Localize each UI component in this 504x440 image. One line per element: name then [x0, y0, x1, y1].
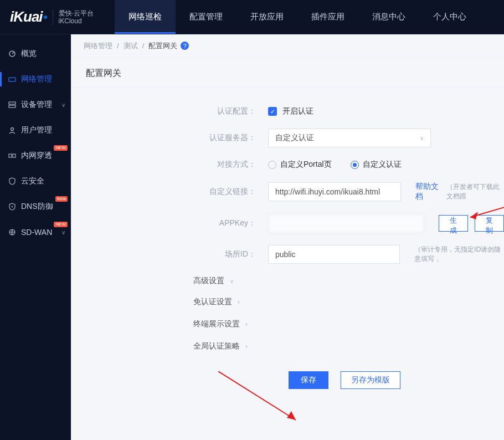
mode-radio-custom-auth[interactable]: 自定义认证: [351, 160, 402, 170]
placeid-label: 场所ID：: [71, 249, 268, 259]
generate-button[interactable]: 生成: [439, 215, 468, 232]
logo-divider: [53, 9, 53, 25]
placeid-input[interactable]: [268, 245, 400, 264]
mode-radio-portal[interactable]: 自定义Portal页: [268, 160, 332, 170]
chevron-right-icon: ›: [245, 342, 248, 350]
svg-point-4: [11, 128, 14, 131]
chevron-down-icon: ∨: [230, 278, 234, 284]
noauth-settings-row[interactable]: 免认证设置 ›: [193, 297, 504, 307]
custom-link-label: 自定义链接：: [71, 187, 268, 197]
appkey-label: APPKey：: [71, 218, 268, 228]
help-doc-link[interactable]: 帮助文档: [415, 182, 440, 202]
sdwan-icon: [8, 228, 17, 237]
tunnel-icon: [8, 151, 17, 160]
nav-tabs: 网络巡检 配置管理 开放应用 插件应用 消息中心 个人中心: [115, 0, 480, 34]
dashboard-icon: [8, 49, 17, 58]
placeid-hint: （审计专用，无指定ID请勿随意填写，: [414, 245, 504, 264]
copy-button[interactable]: 复制: [475, 215, 504, 232]
sidebar-item-network[interactable]: 网络管理: [0, 66, 71, 92]
network-icon: [8, 75, 17, 84]
help-icon[interactable]: ?: [181, 42, 189, 50]
svg-rect-6: [13, 154, 16, 157]
nav-tab-config[interactable]: 配置管理: [176, 0, 236, 34]
mode-label: 对接方式：: [71, 160, 268, 170]
auth-config-label: 认证配置：: [71, 106, 268, 116]
svg-rect-3: [9, 105, 16, 108]
nav-tab-inspection[interactable]: 网络巡检: [115, 0, 176, 34]
new-badge: NEW: [54, 222, 68, 227]
sidebar-item-tunnel[interactable]: 内网穿透 NEW: [0, 143, 71, 168]
sidebar-item-user[interactable]: 用户管理: [0, 117, 71, 143]
new-badge: NEW: [54, 145, 68, 151]
nav-tab-profile[interactable]: 个人中心: [419, 0, 480, 34]
auth-enable-checkbox[interactable]: ✓: [268, 107, 277, 116]
display-settings-row[interactable]: 终端展示设置 ›: [193, 319, 504, 329]
svg-rect-2: [9, 102, 16, 104]
breadcrumb-test[interactable]: 测试: [124, 41, 138, 51]
logo-dot-icon: [44, 16, 47, 19]
svg-marker-12: [287, 411, 296, 420]
sidebar-item-dns[interactable]: DNS防御 Beta: [0, 194, 71, 219]
breadcrumb-current: 配置网关: [148, 41, 177, 51]
sidebar-item-overview[interactable]: 概览: [0, 41, 71, 66]
top-nav: iKuai 爱快·云平台 iKCloud 网络巡检 配置管理 开放应用 插件应用…: [0, 0, 504, 34]
page-title: 配置网关: [71, 58, 504, 88]
advanced-section-toggle[interactable]: 高级设置 ∨: [193, 276, 504, 286]
chevron-right-icon: ›: [245, 320, 248, 328]
gateway-form: 认证配置： ✓ 开启认证 认证服务器： 自定义认证 ∨ 对接方式：: [71, 88, 504, 389]
logo: iKuai 爱快·云平台 iKCloud: [0, 0, 115, 34]
breadcrumb-network[interactable]: 网络管理: [84, 41, 112, 51]
chevron-down-icon: ∨: [61, 229, 65, 236]
nav-tab-plugin[interactable]: 插件应用: [297, 0, 358, 34]
sidebar: 概览 网络管理 设备管理 ∨ 用户管理 内网穿透 NEW 云安全 DNS防御 B…: [0, 34, 71, 440]
shield-icon: [8, 177, 17, 186]
global-auth-row[interactable]: 全局认证策略 ›: [193, 341, 504, 351]
chevron-right-icon: ›: [238, 298, 240, 306]
auth-server-select[interactable]: 自定义认证 ∨: [268, 129, 431, 147]
dns-icon: [8, 202, 17, 211]
appkey-input[interactable]: [268, 214, 424, 233]
auth-server-label: 认证服务器：: [71, 133, 268, 143]
sidebar-item-sdwan[interactable]: SD-WAN ∨ NEW: [0, 219, 71, 245]
logo-subtitle: 爱快·云平台 iKCloud: [59, 9, 94, 25]
chevron-down-icon: ∨: [61, 102, 65, 108]
nav-tab-message[interactable]: 消息中心: [358, 0, 419, 34]
user-icon: [8, 126, 17, 135]
sidebar-item-cloud-security[interactable]: 云安全: [0, 168, 71, 194]
custom-link-input[interactable]: [268, 182, 401, 201]
beta-badge: Beta: [55, 196, 68, 202]
svg-rect-5: [9, 154, 12, 157]
nav-tab-open-app[interactable]: 开放应用: [236, 0, 297, 34]
chevron-down-icon: ∨: [420, 135, 424, 141]
sidebar-item-device[interactable]: 设备管理 ∨: [0, 92, 71, 117]
logo-text: iKuai: [10, 8, 43, 25]
content-area: 网络管理 / 测试 / 配置网关 ? 配置网关 认证配置： ✓ 开启认证 认证服…: [71, 34, 504, 440]
device-icon: [8, 100, 17, 109]
svg-rect-1: [9, 78, 16, 81]
breadcrumb: 网络管理 / 测试 / 配置网关 ?: [71, 34, 504, 58]
auth-enable-label: 开启认证: [282, 106, 313, 116]
custom-link-hint: （开发者可下载此文档跟: [446, 182, 504, 201]
save-button[interactable]: 保存: [289, 371, 328, 389]
svg-point-7: [12, 206, 13, 207]
save-as-template-button[interactable]: 另存为模版: [341, 371, 400, 389]
